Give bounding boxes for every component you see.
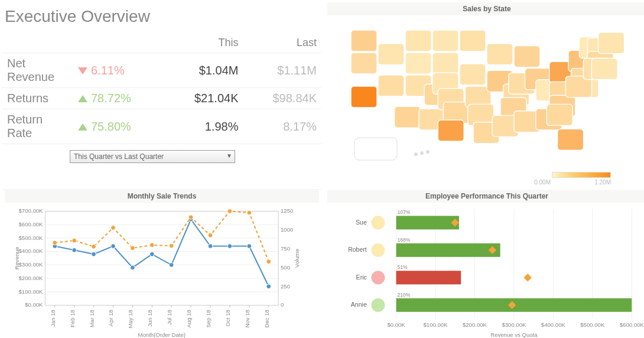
kpi-this: $1.04M: [165, 53, 243, 88]
svg-text:Revenue vs Quota: Revenue vs Quota: [490, 332, 538, 338]
svg-rect-18: [460, 64, 486, 85]
svg-rect-12: [432, 53, 458, 74]
kpi-label: Net Revenue: [2, 53, 73, 88]
svg-text:Oct 18: Oct 18: [225, 310, 231, 326]
svg-rect-46: [591, 58, 617, 80]
svg-text:250: 250: [281, 283, 290, 290]
arrow-up-icon: [78, 124, 87, 131]
svg-text:$500.00K: $500.00K: [18, 235, 43, 241]
svg-text:0: 0: [281, 301, 284, 308]
svg-rect-11: [432, 30, 458, 51]
arrow-up-icon: [78, 95, 87, 102]
svg-point-100: [72, 248, 77, 252]
svg-rect-2: [351, 86, 377, 108]
svg-point-49: [414, 152, 418, 156]
svg-text:Jan 18: Jan 18: [50, 310, 56, 327]
employee-performance-chart: $0.00K$100.00K$200.00K$300.00K$400.00K$5…: [327, 203, 644, 338]
svg-rect-16: [438, 120, 464, 141]
kpi-label: Returns: [2, 88, 73, 109]
kpi-delta: 6.11%: [91, 64, 125, 77]
svg-text:1250: 1250: [281, 207, 293, 214]
kpi-panel: Executive Overview This Last Net Revenue…: [2, 2, 321, 190]
svg-text:$600.00K: $600.00K: [18, 221, 43, 228]
us-map: [327, 16, 644, 170]
svg-point-119: [208, 233, 213, 238]
svg-point-113: [92, 244, 96, 249]
svg-text:1000: 1000: [281, 226, 293, 233]
svg-text:Mar 18: Mar 18: [89, 310, 95, 327]
svg-point-102: [111, 244, 116, 249]
svg-text:$400.00K: $400.00K: [18, 248, 43, 254]
svg-text:$600.00K: $600.00K: [620, 321, 644, 328]
kpi-last: $98.84K: [243, 88, 321, 109]
svg-text:$100.00K: $100.00K: [424, 321, 448, 328]
svg-point-109: [247, 244, 252, 249]
svg-text:$300.00K: $300.00K: [502, 321, 526, 328]
svg-rect-0: [351, 30, 377, 51]
svg-point-117: [169, 243, 174, 248]
trends-panel: Monthly Sale Trends $0.00K$100.00K$200.0…: [2, 190, 321, 338]
svg-point-103: [131, 265, 135, 270]
svg-text:$100.00K: $100.00K: [18, 288, 43, 295]
svg-text:$0.00K: $0.00K: [387, 321, 405, 328]
svg-rect-27: [514, 46, 540, 67]
svg-text:107%: 107%: [398, 209, 411, 215]
period-selector[interactable]: This Quarter vs Last Quarter: [70, 150, 235, 163]
legend-gradient: [552, 172, 611, 178]
svg-point-115: [131, 246, 135, 251]
kpi-last: 8.17%: [243, 109, 321, 144]
svg-text:$300.00K: $300.00K: [18, 261, 43, 268]
legend-max: 1.20M: [594, 179, 611, 186]
svg-rect-48: [354, 138, 397, 160]
svg-point-107: [208, 244, 213, 249]
kpi-delta: 78.72%: [91, 92, 131, 105]
svg-point-152: [371, 298, 385, 312]
svg-text:$400.00K: $400.00K: [541, 321, 566, 328]
svg-point-108: [227, 244, 232, 249]
legend-min: 0.00M: [534, 179, 551, 186]
svg-text:May 18: May 18: [127, 310, 134, 328]
svg-rect-22: [487, 44, 513, 65]
svg-point-110: [266, 284, 271, 289]
svg-point-116: [149, 243, 154, 248]
svg-text:168%: 168%: [398, 237, 411, 243]
svg-text:Apr 18: Apr 18: [108, 310, 114, 326]
svg-point-148: [371, 271, 385, 284]
svg-text:Eric: Eric: [356, 274, 367, 281]
svg-rect-98: [45, 211, 278, 305]
kpi-row: Return Rate 75.80% 1.98% 8.17%: [2, 109, 321, 144]
svg-text:Nov 18: Nov 18: [244, 310, 251, 327]
arrow-down-icon: [78, 67, 87, 74]
kpi-this: 1.98%: [165, 109, 243, 144]
svg-rect-5: [395, 106, 421, 128]
svg-rect-143: [396, 216, 459, 229]
svg-rect-33: [558, 129, 584, 150]
svg-rect-17: [460, 30, 486, 51]
svg-point-101: [92, 252, 96, 256]
svg-point-114: [111, 226, 116, 230]
employee-title: Employee Performance This Quarter: [327, 190, 644, 203]
monthly-trends-chart: $0.00K$100.00K$200.00K$300.00K$400.00K$5…: [5, 203, 312, 338]
svg-text:750: 750: [281, 245, 290, 252]
kpi-this: $21.04K: [165, 88, 243, 109]
map-legend: 0.00M 1.20M: [327, 172, 644, 190]
svg-rect-6: [405, 30, 431, 51]
svg-rect-4: [378, 75, 404, 96]
svg-text:51%: 51%: [398, 264, 408, 270]
kpi-label: Return Rate: [2, 109, 73, 144]
svg-text:$200.00K: $200.00K: [18, 275, 43, 281]
svg-text:Volume: Volume: [294, 249, 300, 268]
svg-text:Feb 18: Feb 18: [69, 310, 76, 327]
map-panel: Sales by State 0.00M 1.20M: [327, 2, 644, 190]
svg-rect-151: [396, 271, 461, 284]
svg-point-120: [227, 209, 232, 214]
svg-point-122: [266, 259, 271, 264]
svg-rect-7: [405, 53, 431, 74]
svg-rect-3: [378, 44, 404, 65]
svg-rect-147: [396, 243, 500, 257]
svg-text:$700.00K: $700.00K: [18, 207, 43, 214]
svg-rect-47: [599, 32, 625, 54]
svg-point-51: [426, 150, 430, 154]
kpi-row: Net Revenue 6.11% $1.04M $1.11M: [2, 53, 321, 88]
kpi-col-this: This: [165, 33, 243, 53]
